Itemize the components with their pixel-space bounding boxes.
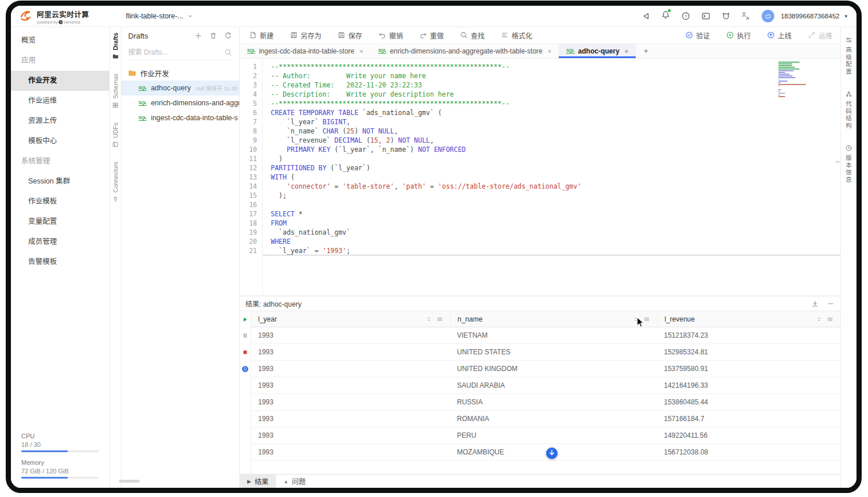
brand-label: ververica	[64, 20, 80, 24]
resume-results-button[interactable]	[241, 311, 249, 327]
drafts-folder[interactable]: 作业开发	[121, 66, 239, 81]
sidebar-item-模板中心[interactable]: 模板中心	[11, 131, 109, 151]
sidebar-item-资源上传[interactable]: 资源上传	[11, 111, 109, 131]
table-row[interactable]: 1993RUSSIA153860485.44	[251, 394, 840, 411]
验证-button[interactable]: 验证	[685, 30, 710, 40]
table-cell: 1993	[251, 361, 450, 377]
new-tab-button[interactable]: +	[636, 44, 656, 58]
collapse-results-icon[interactable]	[827, 300, 835, 308]
new-draft-icon[interactable]	[194, 32, 202, 40]
help-icon[interactable]: ?	[681, 12, 690, 21]
sidebar-item-作业开发[interactable]: 作业开发	[11, 71, 109, 91]
sidebar-item-变量配置[interactable]: 变量配置	[11, 212, 109, 232]
line-number: 13	[240, 173, 257, 182]
draft-item[interactable]: SQLenrich-dimensions-and-aggr	[121, 95, 239, 110]
delete-draft-icon[interactable]	[209, 32, 217, 40]
editor-minimap[interactable]	[778, 62, 823, 98]
sort-icon[interactable]	[425, 316, 432, 323]
language-icon[interactable]: 文A	[742, 12, 751, 21]
drafts-hscrollbar[interactable]	[119, 480, 140, 483]
rail-tab-connectors[interactable]: Connectors	[112, 162, 119, 202]
table-row[interactable]: 1993SAUDI ARABIA142164196.33	[251, 377, 840, 394]
sidebar-item-作业运维[interactable]: 作业运维	[11, 91, 109, 111]
drafts-panel-title: Drafts	[128, 32, 148, 40]
sidebar-item-成员管理[interactable]: 成员管理	[11, 232, 109, 252]
toolbar-button-label: 格式化	[512, 30, 532, 40]
table-cell: 152985324.81	[657, 344, 840, 360]
right-rail-tab-代码结构[interactable]: 代码结构	[844, 90, 853, 129]
sql-file-icon: SQL	[566, 48, 574, 53]
上线-button[interactable]: 上线	[767, 30, 792, 40]
line-number: 14	[240, 182, 257, 191]
保存-button[interactable]: 保存	[337, 30, 362, 40]
editor-tab-ingest-cdc-data-into-table-store[interactable]: SQLingest-cdc-data-into-table-store×	[240, 44, 371, 58]
column-header-l_revenue[interactable]: l_revenue	[657, 311, 840, 327]
toolbar-button-label: 查找	[471, 30, 485, 40]
格式化-button[interactable]: 格式化	[501, 30, 532, 40]
drafts-panel: Drafts 作业开发 SQLadhoc-querynull 保存于 11-20…	[121, 27, 240, 488]
line-number: 7	[240, 117, 257, 127]
user-avatar[interactable]	[762, 10, 774, 22]
table-cell: 1993	[251, 327, 450, 343]
editor-tab-enrich-dimensions-and-aggregate-with-table-store[interactable]: SQLenrich-dimensions-and-aggregate-with-…	[371, 44, 559, 58]
console-icon[interactable]	[701, 12, 710, 21]
refresh-drafts-icon[interactable]	[224, 32, 232, 40]
stop-results-button[interactable]	[241, 344, 249, 361]
notifications-button[interactable]	[661, 10, 670, 22]
column-menu-icon[interactable]	[436, 316, 443, 323]
column-menu-icon[interactable]	[827, 316, 834, 323]
另存为-button[interactable]: 另存为	[290, 30, 321, 40]
close-tab-icon[interactable]: ×	[548, 48, 551, 55]
column-header-l_year[interactable]: l_year	[251, 311, 450, 327]
download-results-icon[interactable]	[811, 300, 819, 308]
editor-code[interactable]: --**************************************…	[263, 59, 840, 296]
sidebar-item-告警模板[interactable]: 告警模板	[11, 252, 109, 272]
editor-tab-adhoc-query[interactable]: SQLadhoc-query×	[559, 44, 636, 58]
close-tab-icon[interactable]: ×	[625, 48, 628, 55]
user-id[interactable]: 1838996687368452	[781, 13, 839, 20]
sidebar-item-作业模板[interactable]: 作业模板	[11, 192, 109, 212]
sidebar-item-Session 集群[interactable]: Session 集群	[11, 171, 109, 192]
panel-collapse-handle[interactable]: –	[836, 158, 840, 166]
bottom-tab-结果[interactable]: ▶结果	[240, 475, 276, 488]
right-rail-tab-版本信息[interactable]: 版本信息	[844, 144, 853, 183]
table-row[interactable]: 1993UNITED KINGDOM153759580.91	[251, 361, 840, 377]
right-rail-tab-label: 高级配置	[844, 47, 853, 75]
draft-item[interactable]: SQLadhoc-querynull 保存于 11-20	[121, 81, 239, 95]
rail-tab-drafts[interactable]: Drafts	[112, 33, 119, 60]
drafts-search	[128, 44, 232, 60]
code-line: WITH (	[263, 173, 840, 182]
sql-editor[interactable]: 123456789101112131415161718192021 --****…	[240, 59, 840, 296]
table-row[interactable]: 1993VIETNAM151218374.23	[251, 327, 840, 344]
rail-tab-udfs[interactable]: UDFs	[112, 123, 119, 148]
执行-button[interactable]: 执行	[726, 30, 751, 40]
sort-icon[interactable]	[816, 316, 823, 323]
toolbar-button-label: 撤销	[389, 30, 403, 40]
rail-tab-schemas[interactable]: Schemas	[112, 74, 119, 109]
draft-item[interactable]: SQLingest-cdc-data-into-table-s	[121, 110, 239, 125]
table-row[interactable]: 1993PERU149220411.56	[251, 427, 840, 444]
bottom-tab-问题[interactable]: ▲问题	[276, 475, 313, 488]
community-icon[interactable]	[721, 12, 731, 21]
sidebar-item-概览[interactable]: 概览	[11, 30, 109, 51]
新建-button[interactable]: 新建	[249, 30, 274, 40]
pause-results-button[interactable]	[241, 327, 249, 344]
column-header-n_name[interactable]: n_name	[450, 311, 657, 327]
user-menu-caret-icon[interactable]: ▾	[844, 13, 847, 19]
workspace-selector[interactable]: flink-table-store-...	[126, 12, 193, 20]
close-tab-icon[interactable]: ×	[359, 48, 363, 55]
auto-refresh-button[interactable]	[241, 361, 249, 377]
table-cell: 1993	[251, 394, 450, 410]
right-rail-tab-高级配置[interactable]: 高级配置	[844, 36, 853, 75]
table-row[interactable]: 1993ROMANIA157166184.7	[251, 411, 840, 427]
table-row[interactable]: 1993UNITED STATES152985324.81	[251, 344, 840, 361]
sql-file-icon: SQL	[139, 101, 147, 106]
drafts-search-input[interactable]	[128, 48, 224, 56]
line-number: 19	[240, 228, 257, 237]
scroll-to-bottom-button[interactable]	[546, 447, 558, 460]
撤销-button[interactable]: 撤销	[378, 30, 403, 40]
重做-button[interactable]: 重做	[419, 30, 444, 40]
查找-button[interactable]: 查找	[460, 30, 485, 40]
announcement-icon[interactable]	[641, 12, 650, 21]
search-icon[interactable]	[224, 48, 232, 56]
